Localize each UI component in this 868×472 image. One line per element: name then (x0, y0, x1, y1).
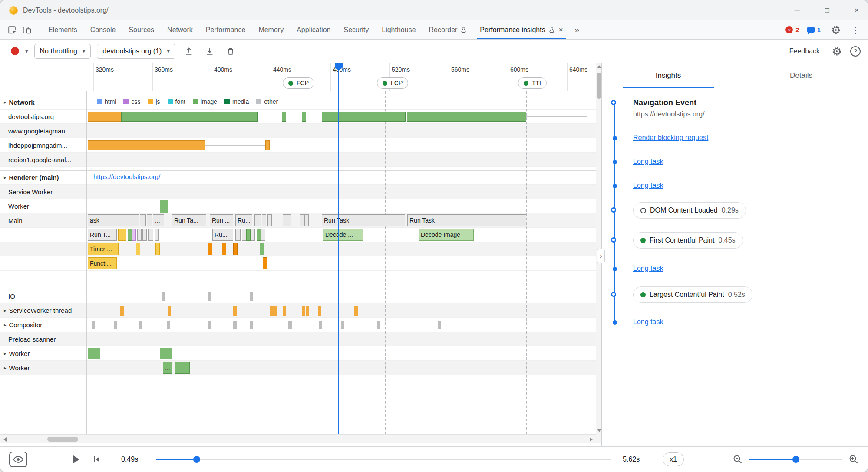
task-bar-run-task[interactable]: Run Task (322, 214, 405, 226)
track-label-lhdoppojpmngadm[interactable]: lhdoppojpmngadm... (0, 138, 86, 153)
task-bar[interactable] (302, 306, 305, 316)
task-bar-timer[interactable]: Timer ... (88, 243, 119, 255)
window-minimize-button[interactable]: ─ (795, 7, 800, 14)
task-bar[interactable] (282, 112, 286, 122)
track-label-renderer-main[interactable]: ▸Renderer (main) (0, 170, 86, 185)
task-bar[interactable] (242, 229, 246, 241)
task-bar[interactable] (233, 321, 237, 329)
feedback-link[interactable]: Feedback (789, 47, 820, 55)
task-bar[interactable] (162, 292, 165, 301)
task-bar[interactable] (246, 229, 251, 241)
panel-settings-gear-icon[interactable] (829, 44, 844, 59)
task-bar[interactable] (175, 362, 190, 374)
task-bar[interactable] (288, 321, 292, 329)
export-icon[interactable] (202, 44, 217, 59)
task-bar[interactable] (160, 200, 168, 213)
playback-speed-button[interactable]: x1 (663, 452, 684, 466)
tab-security[interactable]: Security (337, 20, 375, 39)
vertical-scrollbar[interactable] (596, 63, 601, 434)
marker-badge-fcp[interactable]: FCP (283, 77, 314, 89)
task-bar[interactable] (302, 112, 306, 122)
task-bar[interactable] (88, 348, 100, 359)
task-bar-run-t[interactable]: Run T... (88, 229, 117, 241)
task-bar[interactable] (283, 306, 286, 316)
scroll-left-arrow[interactable] (0, 435, 10, 444)
tab-sources[interactable]: Sources (122, 20, 161, 39)
window-close-button[interactable]: × (855, 7, 859, 14)
task-bar[interactable] (235, 229, 241, 241)
tab-performance[interactable]: Performance (199, 20, 252, 39)
throttling-select[interactable]: No throttling ▾ (34, 44, 91, 59)
marker-badge-tti[interactable]: TTI (518, 77, 547, 89)
timeline-ruler[interactable]: 320ms360ms400ms440ms480ms520ms560ms600ms… (0, 63, 596, 91)
task-bar[interactable] (92, 321, 95, 329)
device-toolbar-icon[interactable] (20, 23, 34, 37)
task-bar[interactable] (132, 229, 136, 241)
task-bar[interactable] (233, 306, 237, 316)
task-bar[interactable] (114, 321, 117, 329)
task-bar[interactable] (140, 214, 146, 226)
task-bar[interactable] (233, 243, 238, 255)
scroll-right-arrow[interactable] (587, 435, 596, 444)
task-bar[interactable] (155, 243, 160, 255)
recording-select[interactable]: devtoolstips.org (1) ▾ (97, 44, 175, 59)
task-bar[interactable] (208, 321, 211, 329)
task-bar[interactable] (438, 321, 441, 329)
renderer-url-link[interactable]: https://devtoolstips.org/ (93, 173, 160, 180)
task-bar[interactable] (526, 116, 587, 117)
settings-gear-icon[interactable] (828, 23, 843, 37)
task-bar[interactable] (270, 306, 273, 316)
task-bar[interactable] (251, 229, 255, 241)
milestone-pill-dom-content-loaded[interactable]: DOM Content Loaded0.29s (633, 202, 746, 219)
horizontal-scrollbar[interactable] (0, 434, 596, 443)
task-bar[interactable] (407, 112, 526, 122)
task-bar[interactable] (250, 292, 253, 301)
tab-console[interactable]: Console (84, 20, 122, 39)
track-label-worker[interactable]: ▸Worker (0, 346, 86, 361)
insight-link-long-task[interactable]: Long task (633, 158, 663, 166)
task-bar[interactable] (168, 306, 171, 316)
track-label-io[interactable]: IO (0, 289, 86, 303)
record-button[interactable] (11, 47, 19, 55)
task-bar[interactable] (306, 306, 309, 316)
zoom-out-icon[interactable] (733, 454, 743, 465)
task-bar[interactable] (167, 321, 170, 329)
marker-badge-lcp[interactable]: LCP (377, 77, 408, 89)
track-label-region1-google-anal[interactable]: region1.google-anal... (0, 153, 86, 167)
task-bar[interactable] (263, 257, 267, 269)
help-icon[interactable]: ? (850, 46, 861, 57)
track-label-devtoolstips-org[interactable]: devtoolstips.org (0, 110, 86, 124)
task-bar[interactable] (139, 321, 142, 329)
more-tabs-chevron[interactable]: » (570, 25, 585, 35)
task-bar-functi[interactable]: Functi... (88, 257, 117, 269)
task-bar-ru[interactable]: Ru... (212, 229, 233, 241)
task-bar[interactable] (122, 229, 126, 241)
task-bar[interactable] (142, 229, 147, 241)
task-bar[interactable] (205, 145, 265, 146)
delete-trash-icon[interactable] (223, 44, 238, 59)
task-bar[interactable] (262, 214, 266, 226)
track-label-network[interactable]: ▸Network (0, 95, 86, 110)
tab-performance-insights[interactable]: Performance insights× (473, 20, 569, 39)
track-label-main[interactable]: Main (0, 213, 86, 228)
insight-link-render-blocking-request[interactable]: Render blocking request (633, 134, 708, 142)
zoom-thumb[interactable] (792, 456, 799, 463)
inspect-element-icon[interactable] (5, 23, 20, 37)
tab-lighthouse[interactable]: Lighthouse (375, 20, 422, 39)
expand-sidebar-handle[interactable]: › (597, 249, 605, 263)
playhead[interactable] (338, 63, 339, 434)
task-bar[interactable] (155, 229, 159, 241)
task-bar[interactable] (208, 243, 212, 255)
task-bar[interactable] (254, 214, 261, 226)
scroll-up-arrow[interactable] (596, 63, 601, 70)
vertical-scroll-thumb[interactable] (597, 73, 601, 99)
track-label-serviceworker-thread[interactable]: ▸ServiceWorker thread (0, 303, 86, 318)
task-bar[interactable] (354, 306, 358, 316)
task-bar-run[interactable]: Run ... (210, 214, 233, 226)
insight-link-long-task[interactable]: Long task (633, 318, 663, 326)
milestone-pill-first-contentful-paint[interactable]: First Contentful Paint0.45s (633, 232, 743, 249)
insight-link-long-task[interactable]: Long task (633, 265, 663, 273)
task-bar[interactable] (260, 243, 264, 255)
task-bar[interactable] (88, 140, 205, 150)
task-bar-ask[interactable]: ask (88, 214, 139, 226)
